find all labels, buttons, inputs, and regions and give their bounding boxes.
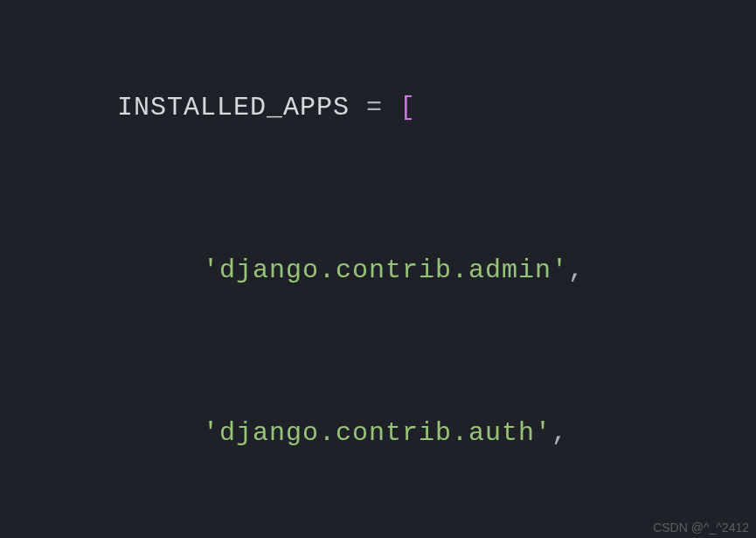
comma: , [568,255,585,285]
code-line: INSTALLED_APPS = [ [0,26,756,189]
code-line: 'django.contrib.auth', [0,352,756,514]
comma: , [551,418,568,448]
code-editor[interactable]: INSTALLED_APPS = [ 'django.contrib.admin… [0,0,756,538]
code-line: 'django.contrib.contenttypes', [0,514,756,538]
string-literal: 'django.contrib.auth' [203,418,551,448]
watermark-text: CSDN @^_^2412 [653,521,749,535]
variable-name: INSTALLED_APPS [117,93,350,122]
string-literal: 'django.contrib.admin' [203,255,568,285]
code-line: 'django.contrib.admin', [0,189,756,352]
open-bracket: [ [399,93,416,122]
assignment-operator: = [350,93,399,122]
